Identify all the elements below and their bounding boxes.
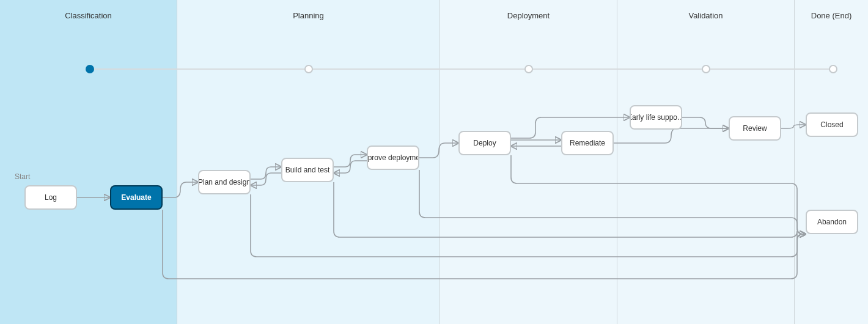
lane-deployment: Deployment <box>440 0 617 324</box>
node-closed[interactable]: Closed <box>806 112 858 137</box>
node-plan[interactable]: Plan and design <box>198 170 251 194</box>
workflow-diagram: ClassificationPlanningDeploymentValidati… <box>0 0 868 324</box>
start-label: Start <box>15 172 30 181</box>
progress-dot-0[interactable] <box>86 65 94 73</box>
lane-header-classification: Classification <box>0 0 177 26</box>
lane-header-validation: Validation <box>617 0 794 26</box>
node-abandon[interactable]: Abandon <box>806 210 858 234</box>
node-build[interactable]: Build and test <box>281 158 334 182</box>
lane-header-deployment: Deployment <box>440 0 617 26</box>
node-els[interactable]: Early life suppo… <box>630 105 682 130</box>
lane-classification: Classification <box>0 0 177 324</box>
progress-dot-4[interactable] <box>829 65 837 73</box>
node-deploy[interactable]: Deploy <box>458 131 511 155</box>
node-approve[interactable]: Approve deployme… <box>367 145 419 170</box>
lane-header-done: Done (End) <box>795 0 868 26</box>
progress-track <box>92 68 831 70</box>
node-remediate[interactable]: Remediate <box>561 131 614 155</box>
progress-dot-3[interactable] <box>702 65 710 73</box>
lane-done: Done (End) <box>795 0 868 324</box>
node-evaluate[interactable]: Evaluate <box>110 185 163 210</box>
lanes-container: ClassificationPlanningDeploymentValidati… <box>0 0 868 324</box>
lane-validation: Validation <box>617 0 795 324</box>
progress-dot-2[interactable] <box>524 65 533 73</box>
node-log[interactable]: Log <box>24 185 77 210</box>
lane-header-planning: Planning <box>177 0 440 26</box>
progress-dot-1[interactable] <box>304 65 313 73</box>
node-review[interactable]: Review <box>729 116 781 141</box>
